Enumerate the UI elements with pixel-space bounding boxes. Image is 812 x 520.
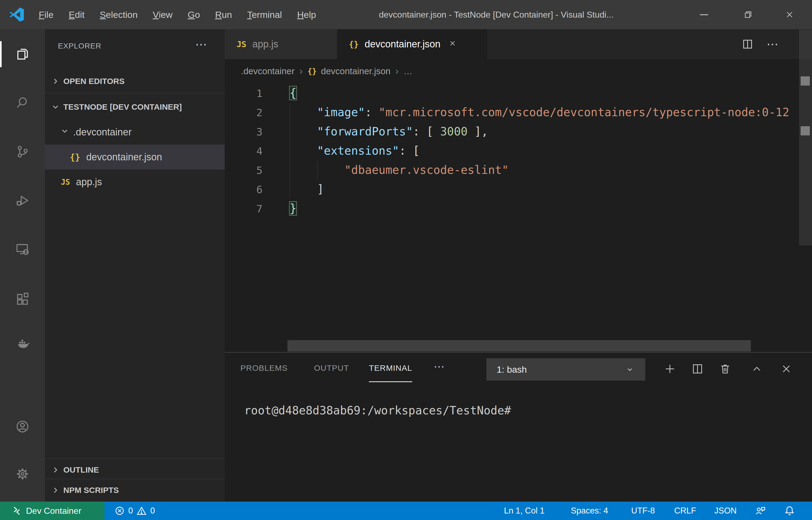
overview-ruler-mark [801, 126, 810, 135]
code-token: "mcr.microsoft.com/vscode/devcontainers/… [379, 106, 789, 119]
panel-more-actions[interactable]: ⋯ [433, 360, 445, 373]
notifications-bell[interactable] [784, 501, 795, 520]
menu-go[interactable]: Go [180, 0, 207, 29]
panel-tab-terminal[interactable]: TERMINAL [369, 363, 412, 373]
activity-extensions[interactable] [0, 286, 45, 312]
breadcrumb-separator: › [299, 66, 303, 77]
section-divider [45, 459, 225, 459]
terminal-output[interactable]: root@d48e8d38ab69:/workspaces/TestNode# [244, 402, 511, 419]
new-terminal-button[interactable] [662, 361, 678, 377]
code-line-7: 7} [225, 199, 812, 218]
maximize-panel-button[interactable] [749, 361, 765, 377]
restore-button[interactable] [733, 0, 763, 29]
restore-icon [743, 10, 753, 20]
code-token [289, 144, 317, 157]
activity-docker[interactable] [0, 331, 45, 357]
editor-actions: ⋯ [741, 29, 779, 59]
cursor-position[interactable]: Ln 1, Col 1 [504, 501, 544, 520]
language-mode[interactable]: JSON [714, 501, 737, 520]
activity-search[interactable] [0, 90, 45, 116]
vertical-scrollbar[interactable] [799, 30, 812, 245]
kill-terminal-button[interactable] [717, 361, 733, 377]
chevron-right-icon [51, 486, 60, 495]
menu-terminal[interactable]: Terminal [240, 0, 289, 29]
activity-run-debug[interactable] [0, 187, 45, 213]
activity-settings[interactable] [0, 461, 45, 487]
code-token [289, 106, 317, 119]
gear-icon [15, 467, 30, 481]
activity-explorer[interactable] [0, 41, 45, 67]
line-number: 2 [225, 103, 262, 123]
activity-accounts[interactable] [0, 414, 45, 440]
line-content: } [289, 202, 297, 215]
code-line-5: 5 "dbaeumer.vscode-eslint" [225, 160, 812, 180]
close-panel-button[interactable] [778, 361, 794, 377]
code-token: ], [468, 125, 488, 138]
line-content: "dbaeumer.vscode-eslint" [289, 163, 509, 177]
line-number: 1 [225, 84, 262, 103]
split-icon [691, 363, 704, 375]
problems-status[interactable]: 0 0 [115, 501, 155, 520]
close-window-button[interactable] [774, 0, 805, 29]
more-actions-icon[interactable]: ⋯ [766, 38, 779, 50]
code-editor[interactable]: 1{2 "image": "mcr.microsoft.com/vscode/d… [225, 83, 812, 352]
section-npm-scripts[interactable]: NPM SCRIPTS [45, 481, 225, 500]
tree-item-appjs[interactable]: JS app.js [45, 170, 225, 194]
bell-icon [784, 505, 795, 517]
line-number: 4 [225, 141, 262, 161]
indentation-status[interactable]: Spaces: 4 [571, 501, 608, 520]
tree-item-devcontainer-json[interactable]: {} devcontainer.json [45, 145, 225, 170]
section-open-editors[interactable]: OPEN EDITORS [45, 72, 225, 91]
indent-guide [289, 103, 290, 199]
breadcrumb-separator: › [395, 66, 399, 77]
breadcrumb-symbol-ellipsis[interactable]: … [403, 66, 413, 76]
remote-indicator[interactable]: Dev Container [0, 501, 105, 520]
menu-view[interactable]: View [145, 0, 180, 29]
horizontal-scrollbar[interactable] [287, 340, 751, 352]
split-editor-icon[interactable] [741, 38, 754, 50]
panel-tab-output[interactable]: OUTPUT [314, 363, 349, 373]
tab-devcontainer-json[interactable]: {} devcontainer.json [337, 29, 487, 59]
split-terminal-button[interactable] [690, 361, 706, 377]
chevron-down-icon [625, 365, 635, 374]
tab-appjs[interactable]: JS app.js [225, 29, 337, 59]
code-token: "extensions" [317, 144, 399, 157]
code-token: "forwardPorts" [317, 125, 413, 138]
file-label: app.js [76, 176, 102, 188]
activity-source-control[interactable] [0, 139, 45, 165]
menu-edit[interactable]: Edit [61, 0, 92, 29]
section-divider [45, 479, 225, 479]
feedback-button[interactable] [755, 501, 766, 520]
minimize-button[interactable] [689, 0, 719, 29]
activity-remote-explorer[interactable] [0, 236, 45, 262]
tree-item-devcontainer-folder[interactable]: .devcontainer [45, 120, 225, 145]
sidebar-more-actions[interactable]: ⋯ [195, 37, 207, 51]
section-workspace[interactable]: TESTNODE [DEV CONTAINER] [45, 98, 225, 116]
line-number: 6 [225, 180, 262, 199]
code-token: 3000 [440, 125, 468, 138]
activity-bar [0, 29, 45, 501]
panel-tab-problems[interactable]: PROBLEMS [240, 363, 288, 373]
menu-file[interactable]: File [31, 0, 61, 29]
encoding-status[interactable]: UTF-8 [631, 501, 655, 520]
terminal-shell-select[interactable]: 1: bash [486, 358, 645, 381]
active-tab-underline [369, 381, 412, 382]
code-token: "image" [317, 106, 365, 119]
section-divider [45, 93, 225, 93]
menu-selection[interactable]: Selection [92, 0, 145, 29]
tab-close-button[interactable] [448, 38, 457, 50]
breadcrumb-file[interactable]: devcontainer.json [321, 66, 391, 76]
section-outline[interactable]: OUTLINE [45, 461, 225, 479]
code-line-2: 2 "image": "mcr.microsoft.com/vscode/dev… [225, 103, 812, 122]
breadcrumb-folder[interactable]: .devcontainer [241, 66, 295, 76]
chevron-right-icon [51, 465, 60, 474]
source-control-icon [15, 145, 30, 159]
section-outline-label: OUTLINE [63, 465, 99, 474]
code-token: [ [426, 125, 440, 138]
remote-icon [11, 505, 22, 516]
trash-icon [719, 363, 731, 375]
menu-help[interactable]: Help [289, 0, 324, 29]
menu-run[interactable]: Run [207, 0, 240, 29]
eol-status[interactable]: CRLF [674, 501, 696, 520]
tab-label: app.js [252, 38, 278, 50]
